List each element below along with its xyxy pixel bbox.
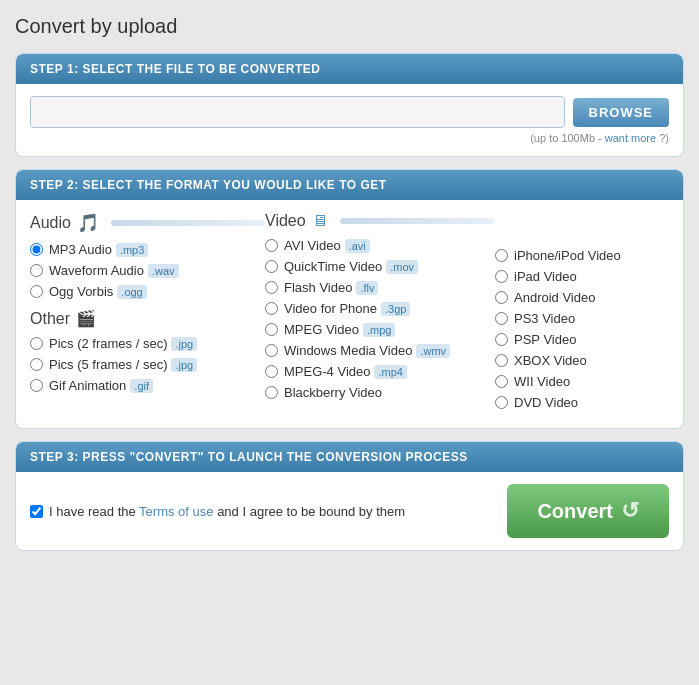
terms-area: I have read the Terms of use and I agree… [30, 504, 405, 519]
terms-label[interactable]: I have read the Terms of use and I agree… [49, 504, 405, 519]
label-wmv[interactable]: Windows Media Video .wmv [284, 343, 450, 358]
step3-header: STEP 3: PRESS "CONVERT" TO LAUNCH THE CO… [16, 442, 683, 472]
other-label: Other [30, 310, 70, 328]
radio-jpg5[interactable] [30, 358, 43, 371]
audio-divider [111, 220, 265, 226]
label-jpg2[interactable]: Pics (2 frames / sec) .jpg [49, 336, 197, 351]
audio-column: Audio 🎵 MP3 Audio .mp3 Waveform Audio . [30, 212, 265, 416]
label-mp3[interactable]: MP3 Audio .mp3 [49, 242, 148, 257]
label-mpg[interactable]: MPEG Video .mpg [284, 322, 395, 337]
terms-checkbox[interactable] [30, 505, 43, 518]
radio-ogg[interactable] [30, 285, 43, 298]
step3-section: STEP 3: PRESS "CONVERT" TO LAUNCH THE CO… [15, 441, 684, 551]
format-avi: AVI Video .avi [265, 238, 495, 253]
convert-label: Convert [537, 500, 613, 523]
radio-mp4[interactable] [265, 365, 278, 378]
format-iphone: iPhone/iPod Video [495, 248, 669, 263]
radio-gif[interactable] [30, 379, 43, 392]
format-android: Android Video [495, 290, 669, 305]
terms-link[interactable]: Terms of use [139, 504, 213, 519]
format-xbox: XBOX Video [495, 353, 669, 368]
label-ogg[interactable]: Ogg Vorbis .ogg [49, 284, 147, 299]
label-dvd[interactable]: DVD Video [514, 395, 578, 410]
label-android[interactable]: Android Video [514, 290, 595, 305]
radio-mov[interactable] [265, 260, 278, 273]
step1-section: STEP 1: SELECT THE FILE TO BE CONVERTED … [15, 53, 684, 157]
audio-label: Audio [30, 214, 71, 232]
format-mov: QuickTime Video .mov [265, 259, 495, 274]
label-mp4[interactable]: MPEG-4 Video .mp4 [284, 364, 407, 379]
format-jpg2: Pics (2 frames / sec) .jpg [30, 336, 265, 351]
file-input[interactable] [30, 96, 565, 128]
radio-flv[interactable] [265, 281, 278, 294]
radio-blackberry[interactable] [265, 386, 278, 399]
format-wii: WII Video [495, 374, 669, 389]
format-mp4: MPEG-4 Video .mp4 [265, 364, 495, 379]
format-ogg: Ogg Vorbis .ogg [30, 284, 265, 299]
radio-xbox[interactable] [495, 354, 508, 367]
upload-note: (up to 100Mb - want more ?) [30, 132, 669, 144]
step2-section: STEP 2: SELECT THE FORMAT YOU WOULD LIKE… [15, 169, 684, 429]
label-mov[interactable]: QuickTime Video .mov [284, 259, 418, 274]
label-ps3[interactable]: PS3 Video [514, 311, 575, 326]
radio-wii[interactable] [495, 375, 508, 388]
label-xbox[interactable]: XBOX Video [514, 353, 587, 368]
format-wmv: Windows Media Video .wmv [265, 343, 495, 358]
label-psp[interactable]: PSP Video [514, 332, 576, 347]
convert-arrow-icon: ↺ [621, 498, 639, 524]
radio-android[interactable] [495, 291, 508, 304]
format-jpg5: Pics (5 frames / sec) .jpg [30, 357, 265, 372]
radio-mpg[interactable] [265, 323, 278, 336]
browse-button[interactable]: BROWSE [573, 98, 670, 127]
radio-psp[interactable] [495, 333, 508, 346]
label-3gp[interactable]: Video for Phone .3gp [284, 301, 410, 316]
format-mp3: MP3 Audio .mp3 [30, 242, 265, 257]
radio-jpg2[interactable] [30, 337, 43, 350]
video-label: Video [265, 212, 306, 230]
label-avi[interactable]: AVI Video .avi [284, 238, 370, 253]
page-title: Convert by upload [15, 15, 684, 38]
format-ps3: PS3 Video [495, 311, 669, 326]
format-gif: Gif Animation .gif [30, 378, 265, 393]
radio-dvd[interactable] [495, 396, 508, 409]
video-divider [340, 218, 495, 224]
step1-header: STEP 1: SELECT THE FILE TO BE CONVERTED [16, 54, 683, 84]
video-right-column: iPhone/iPod Video iPad Video Android Vid… [495, 212, 669, 416]
format-mpg: MPEG Video .mpg [265, 322, 495, 337]
format-blackberry: Blackberry Video [265, 385, 495, 400]
format-flv: Flash Video .flv [265, 280, 495, 295]
format-dvd: DVD Video [495, 395, 669, 410]
radio-ipad[interactable] [495, 270, 508, 283]
label-wav[interactable]: Waveform Audio .wav [49, 263, 179, 278]
convert-button[interactable]: Convert ↺ [507, 484, 669, 538]
radio-3gp[interactable] [265, 302, 278, 315]
monitor-icon: 🖥 [312, 212, 328, 230]
label-ipad[interactable]: iPad Video [514, 269, 577, 284]
want-more-link[interactable]: want more [605, 132, 656, 144]
radio-wmv[interactable] [265, 344, 278, 357]
label-flv[interactable]: Flash Video .flv [284, 280, 378, 295]
format-psp: PSP Video [495, 332, 669, 347]
label-jpg5[interactable]: Pics (5 frames / sec) .jpg [49, 357, 197, 372]
video-left-column: Video 🖥 AVI Video .avi QuickTime Video [265, 212, 495, 416]
music-icon: 🎵 [77, 212, 99, 234]
label-iphone[interactable]: iPhone/iPod Video [514, 248, 621, 263]
radio-wav[interactable] [30, 264, 43, 277]
label-wii[interactable]: WII Video [514, 374, 570, 389]
format-ipad: iPad Video [495, 269, 669, 284]
step2-header: STEP 2: SELECT THE FORMAT YOU WOULD LIKE… [16, 170, 683, 200]
format-wav: Waveform Audio .wav [30, 263, 265, 278]
film-icon: 🎬 [76, 309, 96, 328]
label-gif[interactable]: Gif Animation .gif [49, 378, 153, 393]
radio-mp3[interactable] [30, 243, 43, 256]
radio-ps3[interactable] [495, 312, 508, 325]
radio-iphone[interactable] [495, 249, 508, 262]
label-blackberry[interactable]: Blackberry Video [284, 385, 382, 400]
format-3gp: Video for Phone .3gp [265, 301, 495, 316]
radio-avi[interactable] [265, 239, 278, 252]
